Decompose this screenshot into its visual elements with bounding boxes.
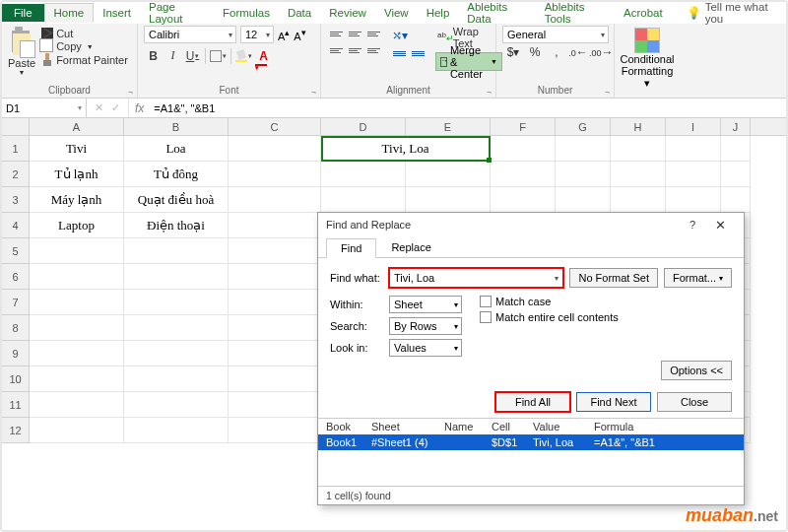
col-header-F[interactable]: F (491, 118, 556, 135)
cell-A8[interactable] (30, 315, 124, 341)
decrease-indent[interactable] (390, 45, 409, 64)
cell-B7[interactable] (124, 290, 229, 315)
cell-A2[interactable]: Tủ lạnh (30, 162, 124, 187)
results-row[interactable]: Book1#Sheet1 (4) $D$1 Tivi, Loa=A1&", "&… (318, 434, 744, 450)
percent-button[interactable]: % (524, 45, 546, 64)
cell-C3[interactable] (229, 187, 321, 213)
cell-C9[interactable] (229, 341, 321, 366)
lookin-select[interactable]: Values (389, 339, 462, 357)
row-header[interactable]: 1 (2, 136, 30, 162)
cell-C4[interactable] (229, 213, 321, 238)
tab-data[interactable]: Data (279, 4, 320, 22)
cell-B4[interactable]: Điện thoại (124, 213, 229, 238)
tab-find[interactable]: Find (326, 238, 376, 258)
tab-formulas[interactable]: Formulas (214, 4, 279, 22)
tab-home[interactable]: Home (44, 3, 95, 23)
col-header-C[interactable]: C (229, 118, 321, 135)
align-top[interactable] (327, 26, 346, 42)
cell-I3[interactable] (666, 187, 721, 213)
number-format-select[interactable]: General (502, 26, 609, 43)
orientation-button[interactable]: ⤭▾ (390, 26, 409, 44)
cell-C1[interactable] (229, 136, 321, 162)
find-next-button[interactable]: Find Next (576, 392, 651, 412)
underline-button[interactable]: U (183, 46, 202, 65)
cell-B11[interactable] (124, 392, 229, 418)
col-header-B[interactable]: B (124, 118, 229, 135)
row-header[interactable]: 6 (2, 264, 30, 290)
cell-J1[interactable] (721, 136, 751, 162)
paste-button[interactable]: Paste▼ (8, 26, 35, 76)
row-header[interactable]: 7 (2, 290, 30, 315)
select-all[interactable] (2, 118, 30, 135)
cell-C11[interactable] (229, 392, 321, 418)
cell-A6[interactable] (30, 264, 124, 290)
align-center[interactable] (346, 42, 364, 59)
copy-button[interactable]: Copy▼ (39, 40, 130, 52)
cell-G2[interactable] (556, 162, 611, 187)
cell-H2[interactable] (611, 162, 666, 187)
match-case-checkbox[interactable]: Match case (480, 296, 619, 307)
cell-A11[interactable] (30, 392, 124, 418)
tab-acrobat[interactable]: Acrobat (615, 4, 672, 22)
font-name-select[interactable]: Calibri (144, 26, 236, 43)
cell-A9[interactable] (30, 341, 124, 366)
options-button[interactable]: Options << (661, 361, 732, 380)
cell-B3[interactable]: Quạt điều hoà (124, 187, 229, 213)
cell-B12[interactable] (124, 418, 229, 443)
cell-B1[interactable]: Loa (124, 136, 229, 162)
close-button[interactable]: Close (657, 392, 732, 412)
cell-D3[interactable] (321, 187, 406, 213)
align-middle[interactable] (346, 26, 364, 42)
find-all-button[interactable]: Find All (495, 392, 570, 412)
cell-A12[interactable] (30, 418, 124, 443)
decrease-decimal[interactable]: .00→ (589, 45, 611, 64)
cell-I1[interactable] (666, 136, 721, 162)
cancel-formula-icon[interactable]: ✕ (95, 101, 103, 114)
cell-C7[interactable] (229, 290, 321, 315)
tab-file[interactable]: File (2, 4, 44, 22)
font-color-button[interactable]: A (254, 46, 273, 65)
italic-button[interactable]: I (164, 46, 182, 65)
row-header[interactable]: 8 (2, 315, 30, 341)
dialog-help-button[interactable]: ? (681, 219, 704, 231)
cell-B9[interactable] (124, 341, 229, 366)
format-painter-button[interactable]: Format Painter (39, 53, 130, 67)
enter-formula-icon[interactable]: ✓ (111, 101, 120, 114)
cell-E3[interactable] (406, 187, 491, 213)
cell-A5[interactable] (30, 238, 124, 264)
tell-me[interactable]: 💡Tell me what you (678, 0, 786, 28)
row-header[interactable]: 10 (2, 366, 30, 392)
cell-F1[interactable] (491, 136, 556, 162)
bold-button[interactable]: B (144, 46, 163, 65)
row-header[interactable]: 2 (2, 162, 30, 187)
cell-B10[interactable] (124, 366, 229, 392)
cell-B8[interactable] (124, 315, 229, 341)
tab-help[interactable]: Help (418, 4, 459, 22)
cell-C8[interactable] (229, 315, 321, 341)
tab-review[interactable]: Review (320, 4, 375, 22)
row-header[interactable]: 4 (2, 213, 30, 238)
dialog-close-button[interactable]: ✕ (704, 218, 736, 233)
row-header[interactable]: 11 (2, 392, 30, 418)
font-size-select[interactable]: 12 (240, 26, 274, 43)
cell-D1[interactable]: Tivi, Loa (321, 136, 491, 162)
cell-J3[interactable] (721, 187, 751, 213)
cell-C10[interactable] (229, 366, 321, 392)
currency-button[interactable]: $▾ (502, 45, 524, 64)
cell-F2[interactable] (491, 162, 556, 187)
increase-indent[interactable] (409, 45, 427, 64)
increase-font-icon[interactable]: A▴ (278, 27, 290, 42)
cell-D2[interactable] (321, 162, 406, 187)
find-what-input[interactable]: Tivi, Loa (389, 268, 563, 288)
col-header-E[interactable]: E (406, 118, 491, 135)
cell-H1[interactable] (611, 136, 666, 162)
cell-G3[interactable] (556, 187, 611, 213)
cell-C12[interactable] (229, 418, 321, 443)
within-select[interactable]: Sheet (389, 296, 462, 313)
cell-C2[interactable] (229, 162, 321, 187)
col-header-A[interactable]: A (30, 118, 124, 135)
format-button[interactable]: Format... (664, 268, 732, 288)
conditional-formatting-button[interactable]: Conditional Formatting ▾ (621, 26, 674, 90)
cell-E2[interactable] (406, 162, 491, 187)
cell-B5[interactable] (124, 238, 229, 264)
